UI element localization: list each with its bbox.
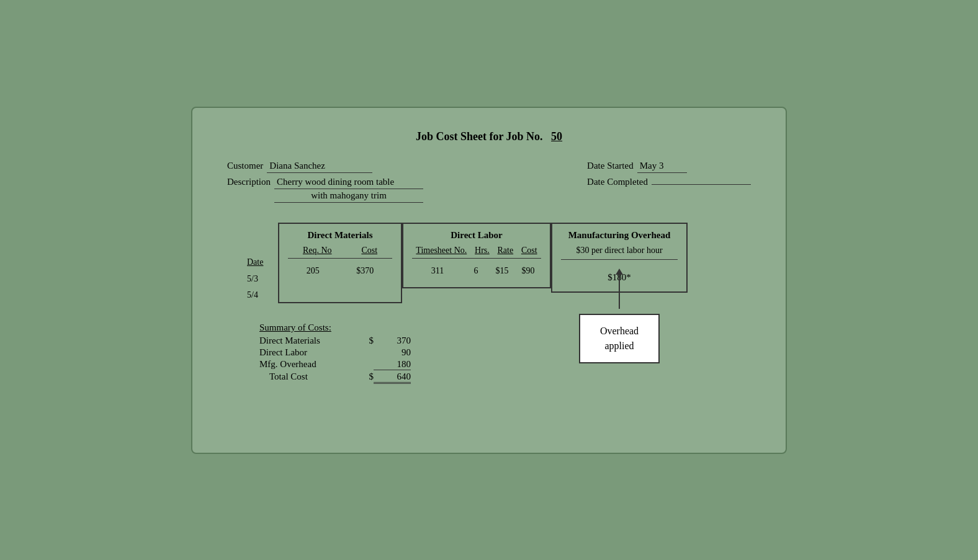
date-started-value: May 3	[637, 161, 687, 173]
summary-dm-dollar: $	[359, 336, 374, 346]
direct-materials-title: Direct Materials	[288, 230, 392, 241]
customer-field: Customer Diana Sanchez	[227, 161, 423, 173]
callout-box: Overhead applied	[579, 314, 660, 363]
callout-line2: applied	[591, 339, 647, 353]
date-column: Date 5/3 5/4	[247, 223, 278, 304]
date-entry-2: 5/4	[247, 287, 278, 304]
mfg-overhead-box: Manufacturing Overhead $30 per direct la…	[551, 223, 688, 293]
summary-dm-label: Direct Materials	[259, 336, 359, 346]
date-completed-field: Date Completed	[587, 177, 751, 187]
summary-total-label: Total Cost	[259, 371, 359, 382]
direct-materials-box: Direct Materials Req. No Cost 205 $370	[278, 223, 402, 303]
date-started-field: Date Started May 3	[587, 161, 751, 173]
summary-mfg-overhead: Mfg. Overhead 180	[259, 359, 756, 370]
callout-line1: Overhead	[591, 324, 647, 339]
dm-col2-header: Cost	[361, 246, 377, 256]
date-entry-1: 5/3	[247, 271, 278, 288]
date-column-header: Date	[247, 223, 278, 267]
dl-col1-header: Timesheet No.	[416, 246, 467, 256]
summary-dl-label: Direct Labor	[259, 347, 359, 358]
description-label: Description	[227, 177, 271, 187]
description-line2: with mahogany trim	[274, 190, 423, 203]
date-completed-label: Date Completed	[587, 177, 648, 187]
description-field: Description Cherry wood dining room tabl…	[227, 177, 423, 203]
dm-req-no: 205	[307, 266, 320, 276]
summary-direct-materials: Direct Materials $ 370	[259, 336, 756, 346]
overhead-rate: $30 per direct labor hour	[561, 246, 678, 260]
summary-dm-amount: 370	[374, 336, 411, 346]
dm-col1-header: Req. No	[303, 246, 332, 256]
dl-col4-header: Cost	[521, 246, 537, 256]
arrow-line	[619, 275, 620, 309]
customer-value: Diana Sanchez	[267, 161, 372, 173]
direct-labor-header: Timesheet No. Hrs. Rate Cost	[412, 246, 541, 259]
summary-total-amount: 640	[374, 371, 411, 384]
summary-mfg-label: Mfg. Overhead	[259, 359, 359, 370]
direct-labor-title: Direct Labor	[412, 230, 541, 241]
job-cost-sheet: Job Cost Sheet for Job No. 50 Customer D…	[191, 107, 787, 454]
description-line1: Cherry wood dining room table	[274, 177, 423, 189]
dl-hrs: 6	[467, 266, 485, 276]
dm-cost: $370	[356, 266, 374, 276]
title-prefix: Job Cost Sheet for Job No.	[416, 130, 543, 143]
date-started-label: Date Started	[587, 161, 634, 171]
dl-rate: $15	[493, 266, 511, 276]
header-info: Customer Diana Sanchez Description Cherr…	[222, 161, 756, 203]
arrow-head-up	[616, 269, 623, 275]
dl-data-row-1: 311 6 $15 $90	[412, 264, 541, 278]
dl-col2-header: Hrs.	[475, 246, 490, 256]
summary-mfg-amount: 180	[374, 359, 411, 370]
dm-data-row-1: 205 $370	[288, 264, 392, 278]
direct-materials-header: Req. No Cost	[288, 246, 392, 259]
title-row: Job Cost Sheet for Job No. 50	[222, 130, 756, 143]
header-right: Date Started May 3 Date Completed	[587, 161, 751, 203]
summary-total-dollar: $	[359, 371, 374, 382]
mfg-overhead-title: Manufacturing Overhead	[561, 230, 678, 241]
dm-data-row-2	[288, 278, 392, 293]
dl-timesheet-no: 311	[416, 266, 459, 276]
summary-direct-labor: Direct Labor 90	[259, 347, 756, 358]
summary-section: Summary of Costs: Direct Materials $ 370…	[259, 322, 756, 384]
summary-title: Summary of Costs:	[259, 322, 756, 333]
dl-cost: $90	[519, 266, 537, 276]
summary-dl-amount: 90	[374, 347, 411, 358]
dl-col3-header: Rate	[498, 246, 514, 256]
arrow-group: Overhead applied	[579, 269, 660, 363]
customer-label: Customer	[227, 161, 263, 171]
date-completed-value	[652, 183, 751, 185]
job-number: 50	[551, 130, 562, 143]
summary-total: Total Cost $ 640	[259, 371, 756, 384]
overhead-value: $180* Overhead applied	[561, 266, 678, 283]
header-left: Customer Diana Sanchez Description Cherr…	[227, 161, 423, 203]
direct-labor-box: Direct Labor Timesheet No. Hrs. Rate Cos…	[402, 223, 551, 288]
